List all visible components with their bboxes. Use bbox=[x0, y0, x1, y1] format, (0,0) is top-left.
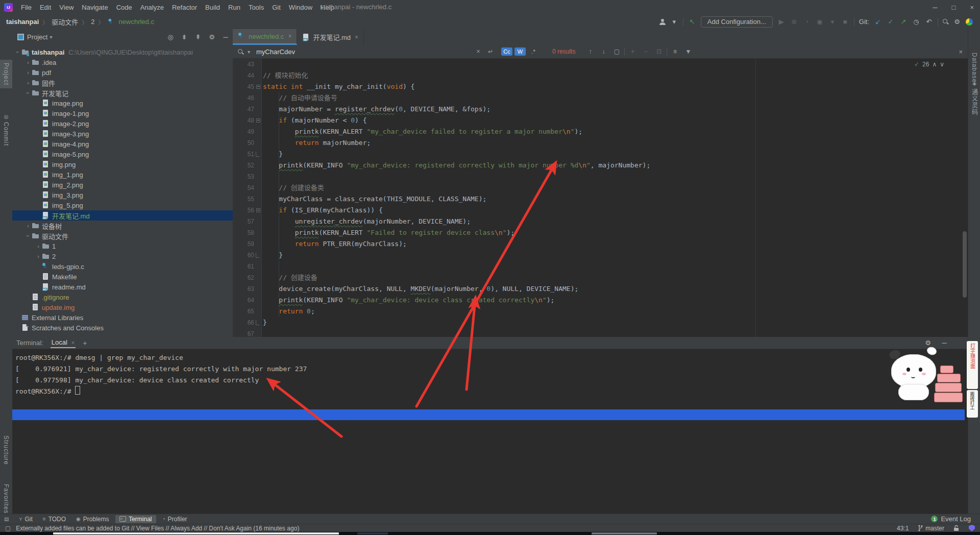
tree-item-image-2.png[interactable]: image-2.png bbox=[12, 118, 233, 129]
newline-icon[interactable]: ↵ bbox=[487, 48, 494, 55]
tree-chevron-closed-icon[interactable]: › bbox=[35, 253, 42, 259]
sidebar-item-structure[interactable]: Structure bbox=[0, 432, 12, 468]
tree-item-image-1.png[interactable]: image-1.png bbox=[12, 108, 233, 118]
menu-window[interactable]: Window bbox=[285, 2, 316, 13]
menu-tools[interactable]: Tools bbox=[244, 2, 268, 13]
tree-chevron-closed-icon[interactable]: › bbox=[24, 69, 32, 76]
sidebar-item-tongyi-lingma[interactable]: ◈通义灵码 bbox=[968, 78, 980, 118]
tree-item-.gitignore[interactable]: .gitignore bbox=[12, 292, 233, 302]
git-branch-widget[interactable]: master bbox=[918, 525, 944, 532]
menu-file[interactable]: File bbox=[17, 2, 36, 13]
tree-chevron-closed-icon[interactable]: › bbox=[24, 223, 32, 229]
window-maximize-icon[interactable]: □ bbox=[952, 4, 956, 11]
expand-all-icon[interactable]: ⇟ bbox=[180, 33, 188, 41]
tree-item-update.img[interactable]: update.img bbox=[12, 302, 233, 312]
fold-collapse-icon[interactable] bbox=[256, 118, 260, 123]
breadcrumb-item[interactable]: taishanpai bbox=[6, 18, 39, 26]
tree-item-image.png[interactable]: image.png bbox=[12, 98, 233, 108]
new-terminal-button[interactable]: + bbox=[83, 339, 87, 347]
tree-item-readme.md[interactable]: readme.md bbox=[12, 282, 233, 292]
tree-item-1[interactable]: ›1 bbox=[12, 241, 233, 251]
settings-icon[interactable]: ⚙ bbox=[208, 33, 216, 41]
tree-chevron-closed-icon[interactable]: › bbox=[24, 59, 32, 65]
debug-icon[interactable]: ⊚ bbox=[790, 18, 798, 26]
hide-panel-icon[interactable]: ─ bbox=[222, 33, 230, 41]
protection-shield-icon[interactable] bbox=[969, 525, 975, 531]
window-close-icon[interactable]: × bbox=[970, 4, 974, 11]
chevron-down-icon[interactable]: ▾ bbox=[50, 34, 52, 40]
toolwindow-button-profiler[interactable]: ◔Profiler bbox=[158, 515, 191, 523]
menu-build[interactable]: Build bbox=[201, 2, 224, 13]
locate-file-icon[interactable]: ◎ bbox=[166, 33, 175, 41]
run-icon[interactable]: ▶ bbox=[777, 18, 786, 26]
search-history-caret-icon[interactable]: ▾ bbox=[248, 49, 250, 55]
tab-newchrled.c[interactable]: newchrled.c× bbox=[233, 29, 297, 45]
find-all-icon[interactable]: ▢ bbox=[613, 48, 620, 55]
window-minimize-icon[interactable]: ─ bbox=[933, 4, 937, 11]
fold-collapse-icon[interactable] bbox=[256, 85, 260, 89]
code-viewport[interactable]: 4344454647484950515253545556575859606162… bbox=[233, 59, 968, 337]
menu-edit[interactable]: Edit bbox=[36, 2, 55, 13]
menu-view[interactable]: View bbox=[55, 2, 78, 13]
select-all-occurrences-icon[interactable]: ⊡ bbox=[655, 48, 663, 55]
tree-item-image-5.png[interactable]: image-5.png bbox=[12, 149, 233, 159]
tree-item-2[interactable]: ›2 bbox=[12, 251, 233, 261]
tree-item-Makefile[interactable]: Makefile bbox=[12, 272, 233, 282]
event-log-button[interactable]: 1 Event Log bbox=[931, 515, 971, 523]
coverage-caret-icon[interactable]: ▾ bbox=[828, 18, 837, 26]
inspections-widget[interactable]: ✓ 26 ∧ ∨ bbox=[914, 61, 944, 68]
close-icon[interactable]: × bbox=[71, 339, 75, 346]
add-occurrence-icon[interactable]: + bbox=[629, 48, 636, 55]
caret-position[interactable]: 43:1 bbox=[897, 525, 909, 532]
unlock-icon[interactable] bbox=[953, 525, 960, 531]
next-occurrence-icon[interactable]: ↓ bbox=[600, 48, 607, 55]
remove-occurrence-icon[interactable]: − bbox=[642, 48, 649, 55]
tree-item-image-3.png[interactable]: image-3.png bbox=[12, 129, 233, 139]
tool-window-switcher-icon[interactable]: ▤ bbox=[4, 516, 9, 522]
close-icon[interactable]: × bbox=[355, 34, 358, 41]
prev-occurrence-icon[interactable]: ↑ bbox=[586, 48, 594, 55]
tab-开发笔记.md[interactable]: 开发笔记.md× bbox=[297, 29, 364, 45]
vcs-update-arrow-icon[interactable]: ↖ bbox=[688, 18, 696, 26]
menu-git[interactable]: Git bbox=[268, 2, 285, 13]
git-history-icon[interactable]: ◷ bbox=[912, 18, 920, 26]
tree-chevron-open-icon[interactable]: › bbox=[24, 90, 32, 96]
tree-item-pdf[interactable]: ›pdf bbox=[12, 67, 233, 78]
close-icon[interactable]: × bbox=[288, 33, 291, 40]
tree-item-.idea[interactable]: ›.idea bbox=[12, 57, 233, 67]
tree-item-开发笔记[interactable]: ›开发笔记 bbox=[12, 88, 233, 98]
search-everywhere-icon[interactable] bbox=[943, 19, 948, 25]
tree-chevron-open-icon[interactable]: › bbox=[24, 233, 32, 239]
tree-item-img_1.png[interactable]: img_1.png bbox=[12, 169, 233, 180]
assistant-ball-icon[interactable] bbox=[966, 18, 973, 26]
project-panel-title[interactable]: Project bbox=[27, 33, 47, 41]
breadcrumb-item[interactable]: 驱动文件 bbox=[52, 17, 78, 27]
collapse-all-icon[interactable]: ⇞ bbox=[194, 33, 202, 41]
sidebar-item-commit[interactable]: ◎Commit bbox=[0, 111, 12, 149]
git-push-icon[interactable]: ↗ bbox=[899, 18, 908, 26]
toggle-.*[interactable]: .* bbox=[528, 47, 539, 56]
tree-item-External Libraries[interactable]: External Libraries bbox=[12, 312, 233, 323]
prev-problem-icon[interactable]: ∧ bbox=[932, 61, 937, 68]
stop-icon[interactable]: ■ bbox=[841, 18, 849, 26]
user-icon[interactable] bbox=[659, 19, 666, 25]
breadcrumb-item[interactable]: newchrled.c bbox=[119, 18, 154, 26]
close-icon[interactable]: × bbox=[959, 48, 963, 56]
fold-collapse-icon[interactable] bbox=[256, 208, 260, 212]
menu-analyze[interactable]: Analyze bbox=[136, 2, 168, 13]
terminal-output[interactable]: root@RK356X:/# dmesg | grep my_char_devi… bbox=[12, 349, 968, 514]
coverage-icon[interactable]: ◉ bbox=[816, 18, 824, 26]
sidebar-item-project[interactable]: Project bbox=[0, 60, 12, 88]
git-commit-icon[interactable]: ✓ bbox=[887, 18, 895, 26]
tree-item-img_5.png[interactable]: img_5.png bbox=[12, 200, 233, 210]
tree-item-taishanpai[interactable]: ›taishanpaiC:\Users\QINGJUE\Desktop\git\… bbox=[12, 47, 233, 57]
menu-run[interactable]: Run bbox=[224, 2, 244, 13]
toolwindow-button-todo[interactable]: ≡TODO bbox=[39, 515, 70, 523]
toggle-Cc[interactable]: Cc bbox=[501, 47, 512, 56]
tree-item-设备树[interactable]: ›设备树 bbox=[12, 221, 233, 231]
hide-panel-icon[interactable]: ─ bbox=[940, 339, 948, 347]
add-configuration-button[interactable]: Add Configuration... bbox=[701, 16, 773, 28]
next-problem-icon[interactable]: ∨ bbox=[940, 61, 944, 68]
tree-chevron-open-icon[interactable]: › bbox=[14, 49, 21, 55]
tree-item-img.png[interactable]: img.png bbox=[12, 159, 233, 169]
